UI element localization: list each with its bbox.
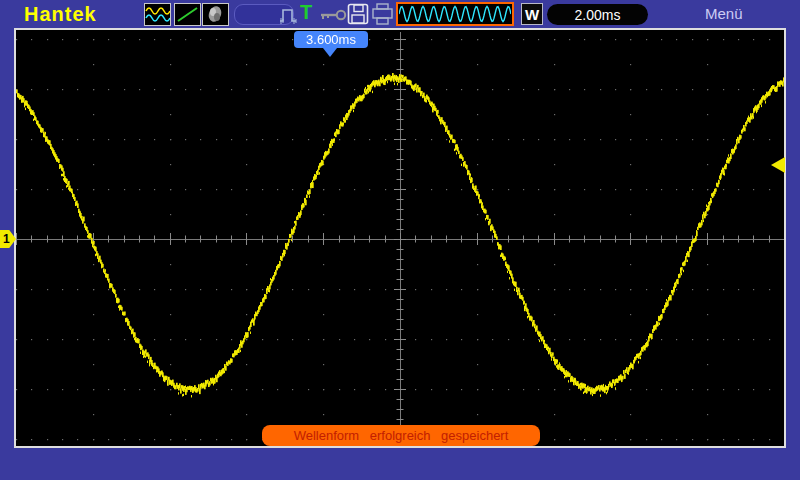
- trigger-position-pointer-icon[interactable]: [323, 48, 337, 57]
- blob-glyph: [203, 5, 228, 24]
- key-lock-icon: [320, 8, 347, 26]
- channels-icon-glyph: [145, 5, 170, 24]
- trigger-level-arrow-icon[interactable]: [771, 157, 785, 173]
- scope-display: 3.600ms Wellenform erfolgreich gespeiche…: [14, 28, 786, 448]
- menu-button[interactable]: Menü: [705, 5, 743, 22]
- pulse-icon: [279, 4, 299, 30]
- timebase-readout: 2.00ms: [547, 4, 648, 25]
- channels-icon[interactable]: [144, 3, 171, 26]
- oscilloscope-screen: { "brand": "Hantek", "top_bar": { "menu_…: [0, 0, 800, 480]
- window-zoom-icon[interactable]: W: [521, 3, 543, 25]
- bottom-status-bar: DC 20 10.0V CH1 20.4V 50.0000Hz: [0, 448, 800, 480]
- acquire-mode-icon[interactable]: [202, 3, 229, 26]
- slope-line-glyph: [175, 5, 200, 24]
- graticule-canvas: [16, 30, 784, 446]
- save-icon[interactable]: [347, 3, 369, 29]
- trigger-position-tooltip[interactable]: 3.600ms: [294, 31, 368, 48]
- status-toast: Wellenform erfolgreich gespeichert: [262, 425, 540, 446]
- trigger-type-icon[interactable]: T: [300, 1, 312, 24]
- print-icon[interactable]: [371, 3, 394, 29]
- display-slope-icon[interactable]: [174, 3, 201, 26]
- record-preview: [396, 2, 514, 26]
- brand-logo: Hantek: [24, 3, 97, 26]
- record-preview-wave: [399, 5, 511, 23]
